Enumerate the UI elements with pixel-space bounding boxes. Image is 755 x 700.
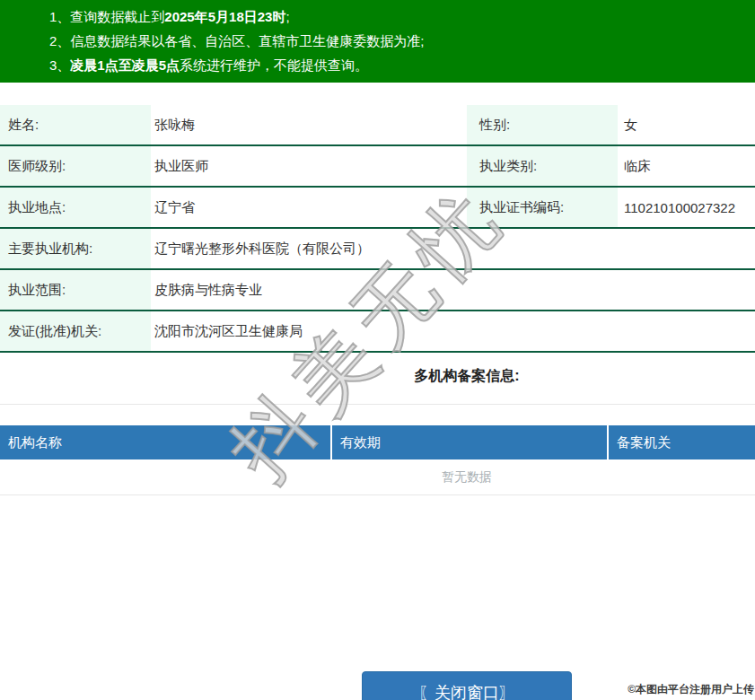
page-content: 1、查询数据截止到2025年5月18日23时; 2、信息数据结果以各省、自治区、…: [0, 0, 755, 700]
certificate-number-label: 执业证书编码:: [467, 188, 618, 227]
gender-value: 女: [618, 105, 755, 144]
notice-1-text: 查询数据截止到: [70, 9, 164, 24]
notice-line-2: 2、信息数据结果以各省、自治区、直辖市卫生健康委数据为准;: [49, 29, 755, 53]
notice-3-suffix: 系统进行维护，不能提供查询。: [180, 57, 368, 73]
main-institution-value: 辽宁曙光整形外科医院（有限公司）: [151, 229, 755, 268]
issuing-authority-value: 沈阳市沈河区卫生健康局: [151, 311, 755, 351]
notice-2-text: 信息数据结果以各省、自治区、直辖市卫生健康委数据为准;: [70, 33, 424, 48]
query-result-page: 1、查询数据截止到2025年5月18日23时; 2、信息数据结果以各省、自治区、…: [0, 0, 755, 700]
practice-scope-value: 皮肤病与性病专业: [151, 270, 755, 310]
notice-1-bold: 2025年5月18日23时: [164, 9, 285, 24]
section-title-multi-org-records: 多机构备案信息:: [0, 353, 755, 405]
notice-line-1: 1、查询数据截止到2025年5月18日23时;: [49, 4, 755, 29]
notice-banner: 1、查询数据截止到2025年5月18日23时; 2、信息数据结果以各省、自治区、…: [0, 0, 755, 83]
gender-label: 性别:: [467, 105, 618, 144]
practice-location-value: 辽宁省: [151, 188, 467, 227]
table-row-issuing-authority: 发证(批准)机关: 沈阳市沈河区卫生健康局: [0, 311, 755, 353]
table-row-name-gender: 姓名: 张咏梅 性别: 女: [0, 105, 755, 146]
practice-location-label: 执业地点:: [0, 188, 151, 227]
doctor-level-label: 医师级别:: [0, 146, 151, 186]
notice-1-suffix: ;: [285, 9, 289, 24]
name-value: 张咏梅: [151, 105, 467, 144]
notice-line-3: 3、凌晨1点至凌晨5点系统进行维护，不能提供查询。: [49, 53, 755, 77]
doctor-level-value: 执业医师: [151, 146, 467, 186]
practice-category-label: 执业类别:: [467, 146, 618, 186]
main-institution-label: 主要执业机构:: [0, 229, 151, 268]
empty-data-placeholder: 暂无数据: [0, 459, 755, 495]
certificate-number-value: 110210100027322: [618, 188, 755, 227]
table-row-main-institution: 主要执业机构: 辽宁曙光整形外科医院（有限公司）: [0, 229, 755, 270]
close-window-button[interactable]: 〖关闭窗口〗: [362, 671, 572, 700]
table-row-practice-scope: 执业范围: 皮肤病与性病专业: [0, 270, 755, 311]
issuing-authority-label: 发证(批准)机关:: [0, 311, 151, 351]
notice-2-number: 2、: [49, 33, 70, 48]
practice-scope-label: 执业范围:: [0, 270, 151, 310]
table-row-location-certno: 执业地点: 辽宁省 执业证书编码: 110210100027322: [0, 188, 755, 229]
notice-3-number: 3、: [49, 57, 70, 73]
records-col-institution-name: 机构名称: [0, 425, 330, 459]
license-info-table: 姓名: 张咏梅 性别: 女 医师级别: 执业医师 执业类别: 临床 执业地点: …: [0, 105, 755, 353]
table-row-level-category: 医师级别: 执业医师 执业类别: 临床: [0, 146, 755, 188]
records-col-validity-period: 有效期: [330, 425, 607, 459]
name-label: 姓名:: [0, 105, 151, 144]
notice-1-number: 1、: [49, 9, 70, 24]
image-credit: ©本图由平台注册用户上传: [628, 682, 754, 697]
records-col-filing-authority: 备案机关: [607, 425, 755, 459]
notice-3-bold: 凌晨1点至凌晨5点: [70, 57, 180, 73]
practice-category-value: 临床: [618, 146, 755, 186]
records-table-header: 机构名称 有效期 备案机关: [0, 425, 755, 459]
